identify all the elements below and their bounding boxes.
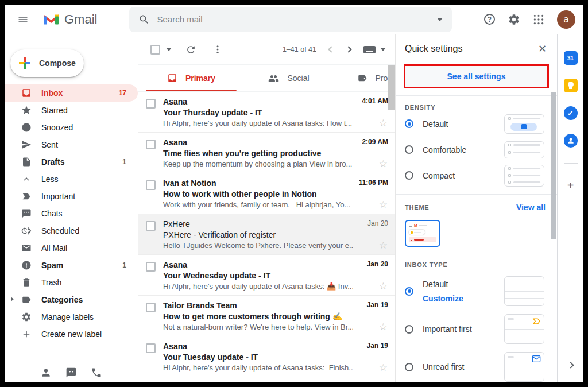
star-icon[interactable]: ☆ (379, 119, 388, 128)
refresh-icon[interactable] (185, 44, 196, 55)
search-bar[interactable] (129, 7, 452, 32)
see-all-settings-button[interactable]: See all settings (405, 66, 547, 87)
sidebar-item-snoozed[interactable]: Snoozed (5, 119, 138, 136)
tasks-icon[interactable]: ✓ (563, 106, 578, 121)
sidebar-item-drafts[interactable]: Drafts 1 (5, 153, 138, 171)
density-compact-thumbnail (504, 165, 544, 187)
quick-settings-panel: Quick settings ✕ See all settings DENSIT… (395, 34, 557, 382)
select-all-checkbox[interactable] (150, 45, 160, 55)
sidebar-item-create-new-label[interactable]: Create new label (5, 326, 138, 343)
sidebar-item-sent[interactable]: Sent (5, 136, 138, 153)
radio-icon[interactable] (405, 145, 413, 154)
calendar-icon[interactable]: 31 (563, 51, 578, 65)
input-tools-keyboard-icon[interactable] (363, 46, 376, 53)
email-checkbox[interactable] (146, 140, 156, 149)
add-addon-plus-icon[interactable]: + (567, 180, 574, 191)
star-icon[interactable]: ☆ (379, 282, 388, 291)
sidebar-item-categories[interactable]: Categories (5, 291, 138, 308)
sidebar-item-all-mail[interactable]: All Mail (5, 239, 138, 257)
theme-thumbnail[interactable]: M (405, 220, 440, 247)
main-menu-button[interactable] (16, 13, 30, 26)
star-icon[interactable]: ☆ (379, 241, 388, 250)
theme-view-all-link[interactable]: View all (516, 203, 546, 212)
phone-icon[interactable] (91, 367, 102, 378)
hamburger-icon (17, 14, 29, 25)
email-row[interactable]: Tailor Brands Team How to get more custo… (138, 296, 395, 336)
tag-icon (21, 295, 32, 305)
radio-selected-icon[interactable] (405, 119, 413, 128)
quick-settings-scrollbar[interactable] (551, 92, 556, 239)
sidebar-item-trash[interactable]: Trash (5, 274, 138, 291)
star-icon[interactable]: ☆ (379, 363, 388, 373)
tab-social[interactable]: Social (240, 65, 338, 91)
newer-page-icon[interactable] (328, 46, 334, 52)
email-row[interactable]: Asana Your Thursday update - IT Hi Alphr… (138, 92, 395, 133)
density-option-comfortable[interactable]: Comfortable (405, 137, 549, 162)
email-checkbox[interactable] (146, 303, 156, 312)
sidebar-item-spam[interactable]: Spam 1 (5, 257, 138, 274)
sidebar-item-starred[interactable]: Starred (5, 102, 138, 119)
search-input[interactable] (157, 14, 437, 24)
density-option-default[interactable]: Default (405, 111, 549, 137)
email-row[interactable]: Ivan at Notion How to work with other pe… (138, 173, 395, 214)
older-page-icon[interactable] (345, 46, 351, 52)
sidebar-item-chats[interactable]: Chats (5, 205, 138, 222)
pagination-label: 1–41 of 41 (283, 45, 316, 53)
tab-primary[interactable]: Primary (142, 65, 240, 91)
topbar-actions: ? a (484, 10, 575, 29)
radio-selected-icon[interactable] (405, 287, 413, 296)
sidebar-item-inbox[interactable]: Inbox 17 (5, 84, 138, 102)
email-checkbox[interactable] (146, 180, 156, 190)
inbox-type-option-important-first[interactable]: Important first (405, 314, 549, 344)
spam-count: 1 (122, 261, 126, 269)
email-checkbox[interactable] (146, 221, 156, 231)
email-checkbox[interactable] (146, 343, 156, 353)
email-row[interactable]: PxHere PXHere - Verification of register… (138, 214, 395, 255)
sidebar-item-label: Chats (41, 209, 63, 218)
contacts-icon[interactable] (563, 133, 578, 148)
email-rows: Asana Your Thursday update - IT Hi Alphr… (138, 92, 395, 377)
sidebar-item-manage-labels[interactable]: Manage labels (5, 308, 138, 326)
input-tools-caret-icon[interactable] (380, 48, 386, 51)
sidebar-item-important[interactable]: Important (5, 188, 138, 205)
compose-plus-icon (18, 57, 31, 69)
email-row[interactable]: Asana Your Wednesday update - IT Hi Alph… (138, 255, 395, 296)
unread-envelope-icon (532, 355, 541, 363)
star-icon[interactable]: ☆ (379, 323, 388, 332)
google-apps-grid-icon[interactable] (533, 14, 544, 25)
email-list-scrollbar[interactable] (388, 65, 395, 110)
search-options-caret-icon[interactable] (437, 18, 443, 21)
sidebar-item-scheduled[interactable]: Scheduled (5, 222, 138, 239)
hangouts-icon[interactable] (65, 367, 77, 378)
keep-icon[interactable] (563, 78, 578, 93)
density-option-compact[interactable]: Compact (405, 162, 549, 188)
star-icon[interactable]: ☆ (379, 200, 388, 210)
expand-arrow-icon[interactable] (11, 297, 14, 301)
radio-icon[interactable] (405, 325, 413, 334)
account-avatar[interactable]: a (557, 10, 575, 29)
density-default-thumbnail (504, 114, 544, 134)
collapse-chevron-right-icon[interactable] (568, 359, 573, 370)
radio-icon[interactable] (405, 171, 413, 180)
inbox-type-option-unread-first[interactable]: Unread first (405, 352, 549, 382)
tab-label: Social (287, 73, 309, 83)
radio-icon[interactable] (405, 363, 413, 371)
email-checkbox[interactable] (146, 262, 156, 272)
star-icon[interactable]: ☆ (379, 160, 388, 169)
email-row[interactable]: Asana Your Tuesday update - IT Hi Alphr,… (138, 336, 395, 377)
unread-first-thumbnail (504, 352, 544, 382)
settings-gear-icon[interactable] (508, 13, 520, 26)
more-options-icon[interactable] (212, 44, 223, 55)
close-icon[interactable]: ✕ (538, 44, 547, 54)
customize-link[interactable]: Customize (423, 294, 463, 303)
email-row[interactable]: Asana Time flies when you're getting pro… (138, 133, 395, 173)
tab-promotions[interactable]: Promotions (338, 65, 395, 91)
help-icon[interactable]: ? (484, 14, 495, 25)
email-checkbox[interactable] (146, 99, 156, 109)
inbox-type-option-default[interactable]: Default Customize (405, 276, 549, 306)
sidebar-item-less[interactable]: Less (5, 171, 138, 188)
select-options-caret-icon[interactable] (166, 48, 172, 51)
gmail-logo[interactable]: Gmail (42, 12, 97, 27)
compose-button[interactable]: Compose (10, 49, 84, 77)
person-icon[interactable] (40, 367, 52, 378)
